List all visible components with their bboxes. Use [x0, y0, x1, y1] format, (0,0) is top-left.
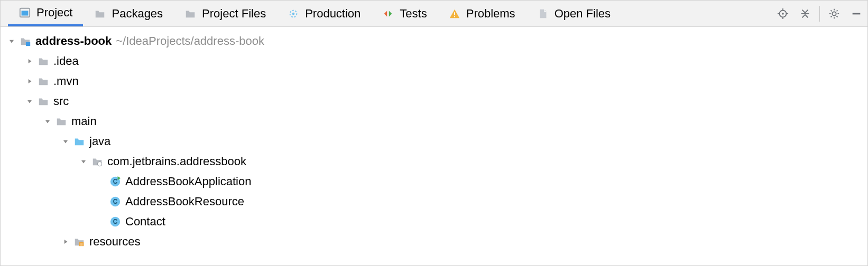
- tests-diff-icon: [382, 7, 394, 20]
- expand-arrow-down[interactable]: [5, 37, 19, 45]
- folder-gray-icon: [184, 7, 197, 20]
- tree-node-label: address-book: [35, 34, 112, 48]
- svg-point-24: [97, 162, 101, 166]
- folder-gray-icon: [36, 94, 50, 108]
- source-folder-icon: [72, 135, 86, 148]
- tab-project[interactable]: Project: [8, 1, 83, 26]
- svg-line-19: [831, 10, 832, 11]
- svg-text:C: C: [113, 178, 118, 185]
- svg-point-7: [782, 13, 784, 15]
- folder-gray-icon: [36, 74, 50, 88]
- tree-row[interactable]: CContact: [1, 212, 867, 232]
- expand-arrow-down[interactable]: [23, 98, 36, 105]
- gear-icon: [828, 8, 840, 20]
- svg-point-13: [832, 12, 836, 15]
- tab-project-files[interactable]: Project Files: [173, 1, 276, 26]
- toolbar-divider: [819, 6, 820, 22]
- expand-arrow-down[interactable]: [77, 158, 90, 165]
- svg-rect-1: [22, 11, 29, 15]
- locate-icon: [777, 8, 789, 20]
- collapse-all-icon: [799, 8, 811, 20]
- tree-row[interactable]: src: [1, 91, 867, 111]
- expand-arrow-right[interactable]: [23, 78, 36, 85]
- expand-arrow-right[interactable]: [59, 238, 72, 245]
- tab-label: Project Files: [202, 7, 266, 21]
- tree-row[interactable]: CAddressBookResource: [1, 192, 867, 212]
- expand-arrow-right[interactable]: [23, 58, 36, 65]
- tree-node-label: .mvn: [53, 74, 79, 88]
- tree-row[interactable]: com.jetbrains.addressbook: [1, 151, 867, 172]
- class-icon: C: [108, 215, 122, 229]
- minimize-button[interactable]: [845, 1, 867, 27]
- tree-row[interactable]: main: [1, 111, 867, 131]
- class-runnable-icon: C: [108, 175, 122, 188]
- svg-text:C: C: [113, 218, 118, 225]
- tab-label: Project: [36, 6, 72, 20]
- tree-node-label: resources: [89, 235, 141, 249]
- tree-node-label: com.jetbrains.addressbook: [107, 155, 246, 168]
- tab-label: Production: [305, 7, 361, 21]
- svg-point-3: [292, 12, 295, 15]
- tab-packages[interactable]: Packages: [83, 1, 173, 26]
- tree-row[interactable]: .mvn: [1, 71, 867, 91]
- svg-rect-4: [454, 12, 455, 15]
- folder-gray-icon: [36, 54, 50, 68]
- svg-rect-23: [26, 42, 30, 46]
- module-folder-icon: [19, 34, 32, 48]
- expand-arrow-down[interactable]: [59, 138, 72, 145]
- tree-row[interactable]: resources: [1, 232, 867, 252]
- minimize-icon: [851, 8, 862, 20]
- tree-row[interactable]: java: [1, 131, 867, 151]
- locate-button[interactable]: [772, 1, 794, 27]
- tree-node-label: AddressBookApplication: [125, 175, 251, 188]
- package-icon: [90, 155, 104, 168]
- tree-node-label: Contact: [125, 215, 165, 229]
- svg-line-15: [837, 16, 838, 17]
- tree-node-label: src: [53, 94, 69, 108]
- project-tool-toolbar: [772, 1, 867, 26]
- project-tree[interactable]: address-book~/IdeaProjects/address-book.…: [1, 27, 867, 265]
- svg-line-17: [831, 16, 832, 17]
- tab-label: Tests: [400, 7, 427, 21]
- tab-tests[interactable]: Tests: [371, 1, 437, 26]
- tab-label: Packages: [112, 7, 163, 21]
- expand-arrow-down[interactable]: [41, 118, 54, 125]
- collapse-all-button[interactable]: [794, 1, 816, 27]
- tree-node-label: java: [89, 135, 110, 148]
- class-icon: C: [108, 195, 122, 208]
- gear-button[interactable]: [823, 1, 845, 27]
- tab-production[interactable]: Production: [276, 1, 371, 26]
- project-window-icon: [19, 6, 31, 19]
- tree-row[interactable]: address-book~/IdeaProjects/address-book: [1, 31, 867, 51]
- folder-gray-icon: [94, 7, 106, 20]
- tree-node-label: AddressBookResource: [125, 195, 244, 208]
- tab-problems[interactable]: Problems: [438, 1, 526, 26]
- tree-node-path: ~/IdeaProjects/address-book: [116, 34, 264, 48]
- tree-node-label: main: [71, 115, 97, 128]
- project-tool-tabbar: ProjectPackagesProject FilesProductionTe…: [1, 1, 867, 27]
- tree-row[interactable]: CAddressBookApplication: [1, 172, 867, 192]
- warning-icon: [448, 7, 461, 20]
- folder-gray-icon: [54, 115, 68, 128]
- svg-rect-5: [454, 16, 455, 17]
- resources-folder-icon: [72, 235, 86, 249]
- tab-label: Problems: [466, 7, 515, 21]
- file-gray-icon: [537, 7, 549, 20]
- tab-open-files[interactable]: Open Files: [526, 1, 621, 26]
- tab-label: Open Files: [555, 7, 611, 21]
- tree-node-label: .idea: [53, 54, 79, 68]
- gear-dashed-icon: [287, 7, 300, 20]
- svg-line-21: [837, 10, 838, 11]
- svg-text:C: C: [113, 198, 118, 205]
- tree-row[interactable]: .idea: [1, 51, 867, 71]
